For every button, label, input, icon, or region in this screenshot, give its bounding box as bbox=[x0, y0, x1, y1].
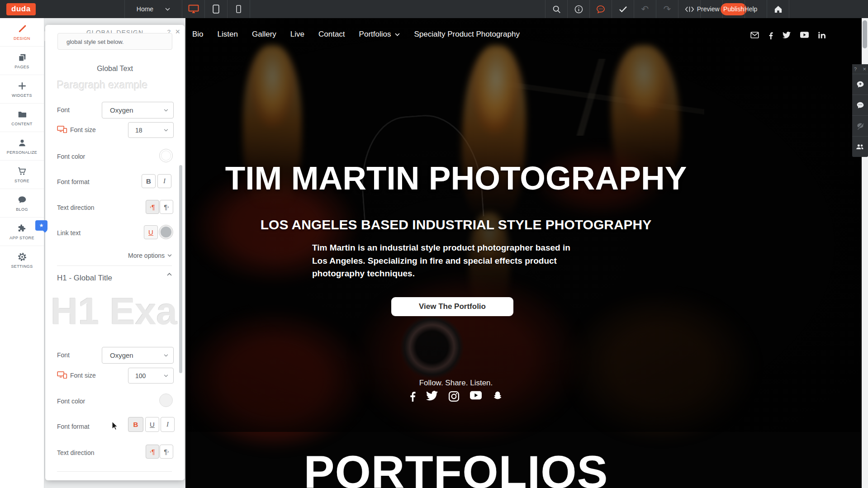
sidebar-item-label: PAGES bbox=[14, 65, 29, 69]
help-label: Help bbox=[745, 5, 758, 13]
collab-help-button[interactable]: ? bbox=[854, 66, 857, 72]
pilcrow-glyph: ¶ bbox=[152, 204, 155, 211]
h1-font-size-select[interactable]: 100 bbox=[128, 368, 174, 384]
redo-button[interactable]: ↷ bbox=[656, 0, 678, 18]
youtube-icon[interactable] bbox=[470, 391, 482, 402]
more-options-link[interactable]: More options bbox=[128, 252, 172, 259]
text-direction-ltr-button[interactable]: ¶› bbox=[160, 200, 173, 214]
nav-item-portfolios[interactable]: Portfolios bbox=[359, 30, 400, 39]
folder-icon bbox=[17, 109, 27, 119]
h1-text-direction-ltr-button[interactable]: ¶› bbox=[160, 445, 173, 459]
responsive-devices-icon bbox=[57, 126, 67, 133]
h1-font-select-value: Oxygen bbox=[102, 351, 164, 359]
help-dropdown[interactable]: Help bbox=[745, 0, 767, 18]
pages-icon bbox=[17, 52, 27, 62]
sidebar-item-label: APP STORE bbox=[9, 236, 34, 240]
nav-item-specialty[interactable]: Specialty Product Photography bbox=[414, 30, 519, 39]
page-selector-dropdown[interactable]: Home bbox=[124, 0, 182, 18]
comments-button[interactable] bbox=[852, 95, 868, 115]
nav-item-listen[interactable]: Listen bbox=[218, 30, 238, 39]
publish-button[interactable]: Publish bbox=[721, 3, 747, 15]
collaborators-button[interactable] bbox=[852, 136, 868, 157]
twitter-icon[interactable] bbox=[426, 391, 438, 402]
hide-comments-button[interactable] bbox=[852, 115, 868, 136]
font-size-label: Font size bbox=[70, 372, 96, 379]
sidebar-item-store[interactable]: STORE bbox=[0, 161, 44, 189]
facebook-icon[interactable] bbox=[409, 391, 416, 402]
link-text-label: Link text bbox=[57, 229, 81, 237]
site-header-social bbox=[750, 32, 825, 39]
sidebar-item-widgets[interactable]: WIDGETS bbox=[0, 75, 44, 104]
link-color-swatch[interactable] bbox=[159, 225, 173, 239]
font-size-select[interactable]: 18 bbox=[128, 122, 174, 138]
instagram-icon[interactable] bbox=[448, 391, 460, 402]
sidebar-item-blog[interactable]: BLOG bbox=[0, 189, 44, 218]
font-size-label: Font size bbox=[70, 126, 96, 133]
feedback-button[interactable] bbox=[589, 0, 612, 18]
mobile-icon bbox=[236, 5, 241, 13]
h1-underline-button[interactable]: U bbox=[145, 417, 159, 432]
puzzle-icon bbox=[17, 223, 27, 233]
snapchat-icon[interactable] bbox=[492, 391, 503, 402]
design-brush-icon bbox=[17, 24, 27, 34]
duda-logo[interactable]: duda bbox=[6, 3, 36, 15]
view-portfolio-button[interactable]: View The Portfolio bbox=[391, 297, 513, 316]
h1-collapse-button[interactable] bbox=[167, 273, 172, 276]
h1-bold-button[interactable]: B bbox=[128, 417, 143, 432]
h1-font-select[interactable]: Oxygen bbox=[102, 347, 174, 364]
editor-topbar: duda Home ↶ ↷ bbox=[0, 0, 868, 18]
panel-column: GLOBAL DESIGN ? × global style set below… bbox=[44, 18, 185, 488]
sidebar-item-content[interactable]: CONTENT bbox=[0, 104, 44, 132]
gear-icon bbox=[17, 252, 27, 262]
desktop-view-button[interactable] bbox=[182, 0, 204, 18]
add-comment-button[interactable] bbox=[852, 74, 868, 95]
h1-font-color-swatch[interactable] bbox=[159, 393, 173, 407]
h1-text-direction-rtl-button[interactable]: ‹¶ bbox=[146, 445, 159, 459]
sidebar-item-design[interactable]: DESIGN bbox=[0, 18, 44, 47]
app-store-notification-badge[interactable]: ★ bbox=[35, 220, 47, 231]
collab-toolbar-header: ? × bbox=[852, 64, 868, 74]
sidebar-item-settings[interactable]: SETTINGS bbox=[0, 246, 44, 274]
global-design-panel: GLOBAL DESIGN ? × global style set below… bbox=[45, 25, 185, 480]
nav-item-contact[interactable]: Contact bbox=[318, 30, 345, 39]
facebook-icon[interactable] bbox=[768, 32, 773, 39]
text-direction-rtl-button[interactable]: ‹¶ bbox=[146, 200, 159, 214]
undo-button[interactable]: ↶ bbox=[634, 0, 656, 18]
search-button[interactable] bbox=[545, 0, 567, 18]
twitter-icon[interactable] bbox=[783, 32, 791, 39]
font-select[interactable]: Oxygen bbox=[102, 102, 174, 118]
paragraph-example-preview: Paragraph example bbox=[57, 79, 148, 91]
hide-comments-icon bbox=[856, 122, 864, 130]
bold-button[interactable]: B bbox=[142, 174, 156, 188]
italic-button[interactable]: I bbox=[157, 174, 171, 188]
dashboard-home-button[interactable] bbox=[767, 0, 789, 18]
sidebar-item-label: SETTINGS bbox=[11, 264, 33, 269]
font-color-swatch[interactable] bbox=[159, 149, 173, 162]
email-icon[interactable] bbox=[750, 32, 759, 39]
preview-button[interactable]: Preview ▶ bbox=[700, 0, 722, 18]
linkedin-icon[interactable] bbox=[818, 32, 825, 39]
home-icon bbox=[774, 5, 783, 13]
info-button[interactable] bbox=[567, 0, 589, 18]
sidebar-item-label: WIDGETS bbox=[12, 93, 32, 98]
add-comment-icon bbox=[856, 81, 864, 89]
collaborators-icon bbox=[856, 143, 864, 150]
collab-close-button[interactable]: × bbox=[863, 66, 866, 72]
panel-scrollbar[interactable] bbox=[179, 165, 182, 373]
tablet-view-button[interactable] bbox=[204, 0, 227, 18]
link-underline-button[interactable]: U bbox=[144, 225, 158, 239]
panel-close-button[interactable]: × bbox=[175, 27, 180, 37]
youtube-icon[interactable] bbox=[800, 32, 809, 39]
sidebar-item-pages[interactable]: PAGES bbox=[0, 47, 44, 75]
nav-item-bio[interactable]: Bio bbox=[192, 30, 204, 39]
star-icon: ★ bbox=[39, 223, 44, 228]
sidebar-item-personalize[interactable]: PERSONALIZE bbox=[0, 132, 44, 161]
plus-icon bbox=[17, 81, 27, 91]
nav-item-gallery[interactable]: Gallery bbox=[252, 30, 276, 39]
mobile-view-button[interactable] bbox=[227, 0, 250, 18]
page-scrollbar-thumb[interactable] bbox=[863, 20, 867, 48]
sidebar-item-label: PERSONALIZE bbox=[7, 150, 37, 155]
h1-italic-button[interactable]: I bbox=[161, 417, 175, 432]
nav-item-live[interactable]: Live bbox=[290, 30, 304, 39]
save-check-button[interactable] bbox=[612, 0, 634, 18]
